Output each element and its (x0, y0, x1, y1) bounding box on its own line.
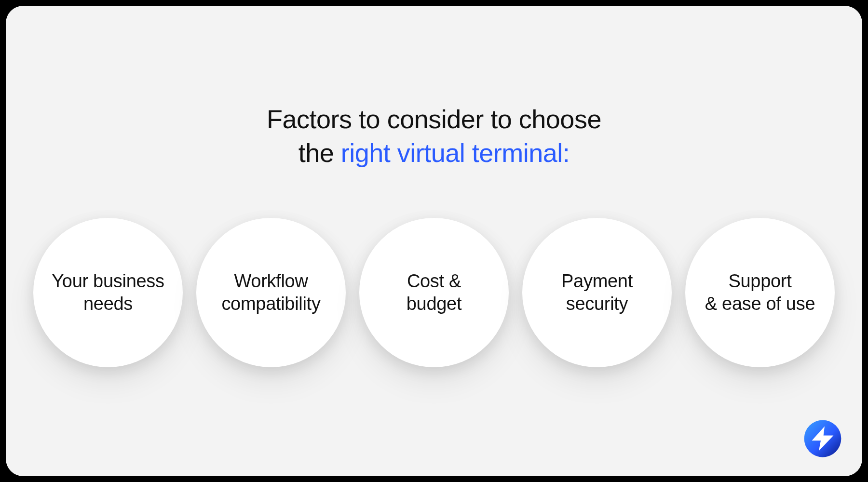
heading-line-1: Factors to consider to choose (267, 105, 601, 134)
factor-bubble-support-ease: Support & ease of use (685, 218, 835, 367)
factor-label: Support & ease of use (705, 270, 815, 316)
factor-bubble-business-needs: Your business needs (33, 218, 183, 367)
brand-logo-icon (803, 419, 842, 458)
factor-label: Payment security (561, 270, 633, 316)
slide-heading: Factors to consider to choose the right … (6, 102, 862, 170)
factor-label: Your business needs (52, 270, 164, 316)
factor-label: Workflow compatibility (221, 270, 320, 316)
heading-line-2-prefix: the (298, 138, 341, 167)
slide-canvas: Factors to consider to choose the right … (6, 6, 862, 476)
factors-row: Your business needs Workflow compatibili… (33, 218, 835, 367)
factor-bubble-workflow-compatibility: Workflow compatibility (196, 218, 346, 367)
factor-bubble-payment-security: Payment security (522, 218, 672, 367)
factor-bubble-cost-budget: Cost & budget (359, 218, 509, 367)
factor-label: Cost & budget (407, 270, 461, 316)
heading-line-2-accent: right virtual terminal: (341, 138, 570, 167)
